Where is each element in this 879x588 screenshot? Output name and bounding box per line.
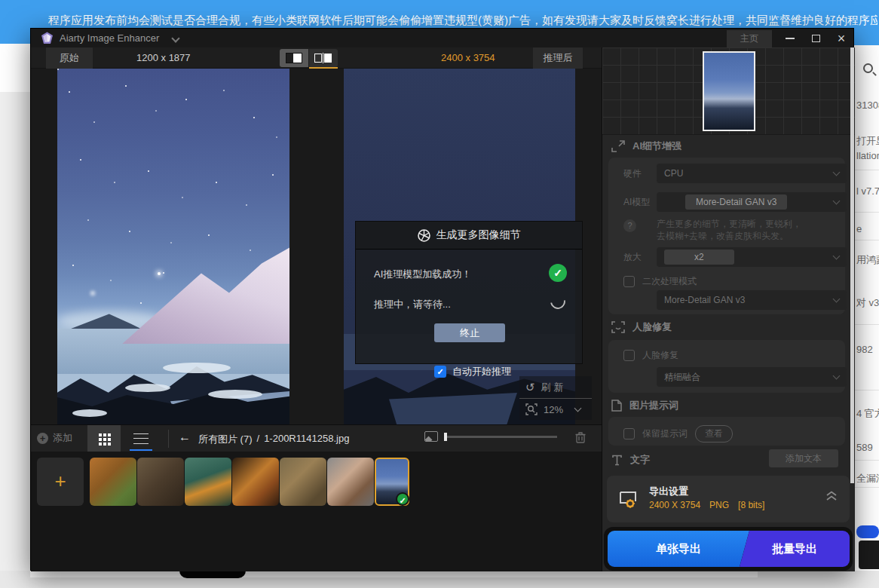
thumbnail-dog[interactable] [280, 458, 326, 506]
background-text: e [856, 223, 862, 234]
bright-star [158, 272, 161, 275]
minimize-icon [786, 38, 795, 39]
export-bits: [8 bits] [738, 500, 764, 510]
app-window: Aiarty Image Enhancer 主页 × 原始 1200 x 187… [30, 28, 854, 571]
chevron-down-icon [833, 296, 841, 303]
second-pass-label: 二次处理模式 [642, 275, 697, 288]
tab-original[interactable]: 原始 [46, 47, 93, 69]
slider-track[interactable] [444, 436, 557, 438]
delete-button[interactable] [575, 431, 586, 443]
add-image-button[interactable]: + 添加 [37, 431, 72, 445]
split-view-button[interactable] [280, 49, 308, 67]
app-logo-icon [41, 32, 54, 44]
section-face-repair: 人脸修复 [611, 320, 672, 334]
filmstrip: + ✓ [31, 452, 602, 571]
second-pass-value: More-Detail GAN v3 [664, 295, 745, 305]
thumbnail-butterfly[interactable] [137, 458, 184, 506]
image-icon [424, 431, 438, 442]
scale-value: x2 [664, 250, 734, 265]
prompt-card: 保留提示词 查看 [608, 417, 845, 446]
snow-patch [72, 409, 107, 417]
face-mode-value: 精细融合 [664, 371, 700, 384]
back-arrow-icon[interactable]: ← [179, 430, 191, 444]
add-tile[interactable]: + [37, 458, 84, 506]
breadcrumb: 所有图片 (7) / 1-200R1141258.jpg [198, 433, 349, 446]
model-value: More-Detail GAN v3 [685, 194, 787, 210]
divider [854, 487, 879, 488]
breadcrumb-all-images[interactable]: 所有图片 (7) [198, 433, 253, 446]
chevron-down-icon[interactable] [171, 34, 179, 42]
export-buttons: 单张导出 批量导出 [604, 527, 853, 571]
second-pass-checkbox[interactable] [623, 276, 635, 287]
divider [854, 390, 879, 390]
search-icon [863, 63, 873, 73]
single-export-button[interactable]: 单张导出 [608, 531, 749, 567]
minimize-button[interactable] [777, 30, 803, 46]
auto-start-checkbox[interactable]: ✓ [434, 366, 446, 378]
background-text: 982 [856, 344, 873, 355]
section-title: 图片提示词 [629, 399, 678, 412]
home-button[interactable]: 主页 [727, 30, 772, 47]
panel-scrollbar[interactable] [850, 47, 854, 483]
thumbnail-burger[interactable] [232, 458, 279, 506]
thumbnail-landscape-selected[interactable]: ✓ [375, 458, 409, 506]
model-desc-line1: 产生更多的细节，更清晰，更锐利， [657, 218, 801, 230]
background-text: 用鸿蒙 [856, 253, 879, 267]
grid-view-button[interactable] [87, 425, 121, 452]
thumbnail-portrait[interactable] [327, 458, 374, 506]
collapse-chevrons-icon[interactable] [825, 491, 838, 501]
hardware-dropdown[interactable]: CPU [657, 164, 847, 183]
snow-patch [163, 363, 231, 373]
model-dropdown[interactable]: More-Detail GAN v3 [657, 192, 847, 212]
section-image-prompt: 图片提示词 [611, 399, 678, 412]
chevron-down-icon [833, 198, 841, 205]
divider [854, 170, 879, 170]
scale-label: 放大 [623, 251, 642, 264]
navigator-thumbnail[interactable] [703, 51, 755, 131]
background-blue-button-fragment [856, 525, 879, 538]
preview-canvas: 生成更多图像细节 AI推理模型加载成功！ ✓ 推理中，请等待... 终止 ✓ 自… [31, 69, 602, 424]
section-ai-enhance: AI细节增强 [611, 139, 681, 153]
keep-prompt-checkbox[interactable] [623, 428, 635, 439]
background-text: 打开显 [856, 134, 879, 148]
original-size-label: 1200 x 1877 [136, 52, 191, 63]
background-window-fragment [0, 44, 30, 92]
maximize-button[interactable] [803, 30, 828, 46]
divider [854, 212, 879, 213]
chevron-down-icon [833, 372, 841, 380]
document-icon [611, 400, 622, 412]
view-prompt-button[interactable]: 查看 [695, 425, 733, 443]
spinner-icon [547, 291, 568, 312]
split-view-icon [286, 53, 302, 63]
export-settings-card[interactable]: 导出设置 2400 X 3754 PNG [8 bits] [607, 476, 850, 522]
chevron-down-icon [574, 405, 582, 412]
thumbnail-size-slider[interactable] [424, 431, 557, 442]
slider-handle[interactable] [444, 433, 447, 441]
result-size-label: 2400 x 3754 [441, 52, 495, 63]
close-button[interactable]: × [828, 30, 854, 46]
second-pass-dropdown[interactable]: More-Detail GAN v3 [657, 290, 847, 310]
face-checkbox[interactable] [623, 350, 635, 361]
section-title: AI细节增强 [632, 139, 681, 153]
zoom-control[interactable]: 12% [519, 398, 592, 420]
help-icon[interactable]: ? [623, 219, 636, 232]
list-view-button[interactable] [124, 425, 158, 452]
side-by-side-view-button[interactable] [309, 49, 338, 67]
model-label: AI模型 [623, 196, 650, 209]
inference-dialog: 生成更多图像细节 AI推理模型加载成功！ ✓ 推理中，请等待... 终止 [355, 221, 583, 364]
scale-dropdown[interactable]: x2 [657, 247, 847, 267]
add-text-button[interactable]: 添加文本 [769, 449, 838, 467]
batch-export-button[interactable]: 批量导出 [740, 531, 850, 567]
navigator-preview [602, 47, 855, 135]
refresh-button[interactable]: ↺ 刷 新 [519, 376, 592, 398]
thumbnail-tiger[interactable] [90, 458, 136, 506]
thumbnail-terrarium[interactable] [185, 458, 231, 506]
face-mode-dropdown[interactable]: 精细融合 [657, 367, 847, 387]
stop-button[interactable]: 终止 [434, 323, 505, 342]
tab-result[interactable]: 推理后 [533, 47, 583, 69]
breadcrumb-separator: / [257, 433, 260, 446]
active-underline [130, 449, 152, 451]
settings-panel: AI细节增强 硬件 CPU AI模型 More-Detail GAN v3 ? … [602, 47, 855, 571]
original-image-preview[interactable] [57, 69, 289, 424]
side-by-side-view-icon [314, 53, 332, 63]
